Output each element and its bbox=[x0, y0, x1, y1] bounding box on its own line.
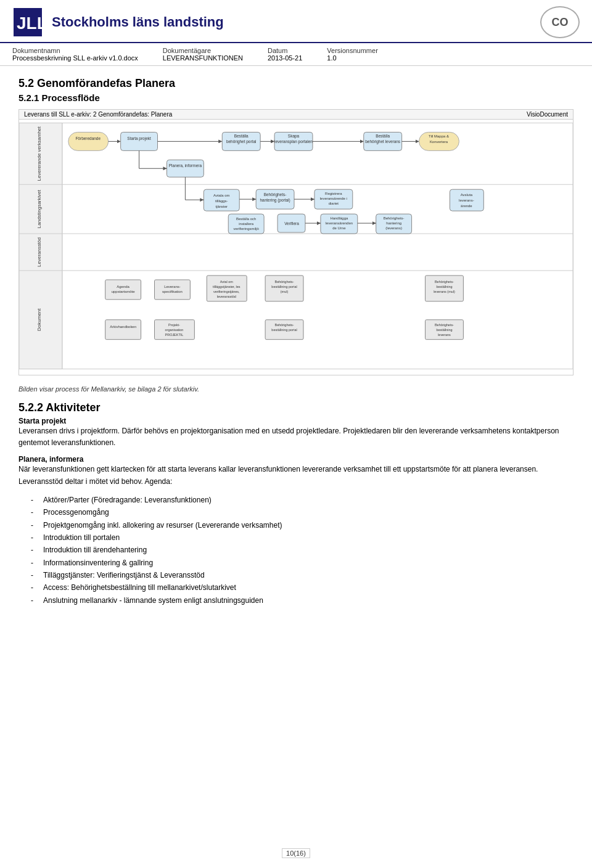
svg-text:behörighet leverans: behörighet leverans bbox=[365, 139, 400, 144]
svg-text:Konvertera: Konvertera bbox=[430, 140, 448, 144]
svg-text:Avtal om: Avtal om bbox=[220, 280, 234, 284]
svg-text:Arkivhandboken: Arkivhandboken bbox=[110, 325, 136, 329]
svg-text:beställning portal: beställning portal bbox=[271, 328, 297, 332]
svg-text:Planera, informera: Planera, informera bbox=[169, 163, 202, 168]
svg-text:beställning: beställning bbox=[436, 328, 452, 332]
diagram-header-left: Leverans till SLL e-arkiv: 2 Genomförand… bbox=[24, 111, 172, 118]
subsection1-heading: Starta projekt bbox=[18, 417, 574, 425]
svg-text:Till Mappa &: Till Mappa & bbox=[429, 134, 449, 138]
svg-text:Dokument: Dokument bbox=[36, 308, 42, 331]
version-value: 1.0 bbox=[327, 54, 336, 62]
list-item: Introduktion till portalen bbox=[37, 531, 574, 544]
list-item: Processgenomgång bbox=[37, 506, 574, 518]
svg-text:Leverans-: Leverans- bbox=[164, 285, 181, 289]
diagram-svg: Levererande verksamhet Landstingsarkivet… bbox=[19, 120, 573, 372]
svg-text:specifikation: specifikation bbox=[162, 290, 183, 293]
version-label: Versionsnummer bbox=[327, 47, 378, 54]
svg-text:leveransstöd: leveransstöd bbox=[217, 295, 236, 298]
section2-title: 5.2.2 Aktiviteter bbox=[18, 401, 574, 414]
svg-text:Behörighets-: Behörighets- bbox=[435, 323, 454, 327]
diagram-caption: Bilden visar process för Mellanarkiv, se… bbox=[18, 385, 574, 393]
diagram-header-right: VisioDocument bbox=[527, 111, 568, 118]
svg-text:Beställa: Beställa bbox=[376, 134, 390, 138]
svg-text:leveransplan portalen: leveransplan portalen bbox=[274, 139, 313, 144]
svg-text:PROJEKTIL: PROJEKTIL bbox=[165, 333, 184, 337]
svg-text:leveransärende i: leveransärende i bbox=[320, 197, 347, 200]
doc-label: Dokumentnamn bbox=[12, 47, 138, 54]
svg-text:Behörighets-: Behörighets- bbox=[435, 280, 454, 284]
page-header: JLL Stockholms läns landsting CO bbox=[0, 0, 592, 43]
svg-text:hantering: hantering bbox=[386, 221, 401, 225]
svg-text:leveransärenden: leveransärenden bbox=[326, 221, 353, 225]
subsection1-text: Leveransen drivs i projektform. Därför b… bbox=[18, 425, 574, 449]
svg-text:de Urne: de Urne bbox=[332, 226, 346, 230]
sll-logo-icon: JLL bbox=[12, 7, 43, 38]
svg-text:JLL: JLL bbox=[17, 14, 43, 33]
svg-text:diariet: diariet bbox=[329, 202, 339, 205]
list-item: Tilläggstjänster: Verifieringstjänst & L… bbox=[37, 569, 574, 581]
page-number: 10(16) bbox=[282, 848, 310, 858]
svg-text:verifieringstjänes,: verifieringstjänes, bbox=[213, 290, 240, 293]
svg-text:Beställa och: Beställa och bbox=[236, 217, 257, 221]
list-item: Projektgenomgång inkl. allokering av res… bbox=[37, 519, 574, 531]
svg-text:Avsluta: Avsluta bbox=[461, 193, 473, 197]
svg-text:leverans-: leverans- bbox=[459, 199, 474, 202]
svg-text:beställning: beställning bbox=[436, 285, 452, 289]
meta-docname: Dokumentnamn Processbeskrivning SLL e-ar… bbox=[12, 47, 138, 62]
svg-text:Handlägga: Handlägga bbox=[330, 216, 348, 220]
subsection-title: 5.2.1 Processflöde bbox=[18, 92, 574, 103]
process-diagram: Leverans till SLL e-arkiv: 2 Genomförand… bbox=[18, 109, 574, 375]
meta-row: Dokumentnamn Processbeskrivning SLL e-ar… bbox=[0, 43, 592, 66]
svg-text:leverans: leverans bbox=[438, 333, 451, 337]
svg-rect-12 bbox=[68, 132, 109, 150]
list-item: Aktörer/Parter (Föredragande: Leveransfu… bbox=[37, 494, 574, 506]
svg-text:Behörighets-: Behörighets- bbox=[384, 216, 405, 220]
agenda-list: Aktörer/Parter (Föredragande: Leveransfu… bbox=[37, 494, 574, 607]
meta-version: Versionsnummer 1.0 bbox=[327, 47, 378, 62]
svg-rect-91 bbox=[105, 320, 141, 340]
svg-text:beställning portal: beställning portal bbox=[271, 285, 297, 289]
svg-text:Verifiera: Verifiera bbox=[284, 221, 299, 226]
meta-owner: Dokumentägare LEVERANSFUNKTIONEN bbox=[163, 47, 243, 62]
svg-text:Starta projekt: Starta projekt bbox=[127, 136, 151, 141]
svg-rect-33 bbox=[166, 160, 204, 177]
date-value: 2013-05-21 bbox=[268, 54, 302, 62]
date-label: Datum bbox=[268, 47, 302, 54]
svg-text:leverans (mul): leverans (mul) bbox=[434, 290, 455, 293]
svg-text:Avtala om: Avtala om bbox=[213, 194, 229, 197]
svg-text:hantering (portal): hantering (portal) bbox=[260, 198, 290, 203]
svg-text:Levererande verksamhet: Levererande verksamhet bbox=[36, 126, 42, 181]
svg-text:Leveransstöd: Leveransstöd bbox=[36, 237, 42, 267]
svg-text:Agenda: Agenda bbox=[117, 285, 130, 289]
svg-text:tilläggstjänster, les: tilläggstjänster, les bbox=[213, 285, 240, 289]
svg-rect-15 bbox=[121, 132, 158, 150]
svg-text:verifieringsmiljö: verifieringsmiljö bbox=[234, 227, 260, 231]
doc-value: Processbeskrivning SLL e-arkiv v1.0.docx bbox=[12, 54, 138, 62]
svg-text:Landstingsarkivet: Landstingsarkivet bbox=[36, 189, 42, 228]
svg-text:Projekt-: Projekt- bbox=[168, 323, 180, 327]
svg-text:Skapa: Skapa bbox=[288, 134, 300, 139]
svg-text:Förberedande: Förberedande bbox=[75, 136, 101, 141]
section-title: 5.2 Genomförandefas Planera bbox=[18, 77, 574, 90]
svg-text:behörighet portal: behörighet portal bbox=[226, 139, 257, 144]
svg-text:Behörighets-: Behörighets- bbox=[275, 323, 294, 327]
diagram-header: Leverans till SLL e-arkiv: 2 Genomförand… bbox=[19, 110, 573, 120]
svg-text:tjänster: tjänster bbox=[215, 205, 228, 208]
svg-text:organisation: organisation bbox=[165, 328, 184, 332]
svg-text:installera: installera bbox=[239, 222, 254, 226]
co-badge: CO bbox=[540, 6, 580, 38]
owner-label: Dokumentägare bbox=[163, 47, 243, 54]
subsection2-heading: Planera, informera bbox=[18, 455, 574, 464]
org-name: Stockholms läns landsting bbox=[52, 14, 224, 30]
svg-text:Behörighets-: Behörighets- bbox=[264, 192, 287, 197]
svg-text:Beställa: Beställa bbox=[234, 134, 249, 138]
svg-text:(mul): (mul) bbox=[281, 290, 289, 293]
svg-text:uppstartsmöte: uppstartsmöte bbox=[112, 290, 136, 293]
owner-value: LEVERANSFUNKTIONEN bbox=[163, 54, 243, 62]
main-content: 5.2 Genomförandefas Planera 5.2.1 Proces… bbox=[0, 66, 592, 623]
list-item: Informationsinventering & gallring bbox=[37, 557, 574, 569]
page-footer: 10(16) bbox=[0, 848, 592, 858]
svg-text:Behörighets-: Behörighets- bbox=[275, 280, 294, 284]
list-item: Introduktion till ärendehantering bbox=[37, 544, 574, 556]
svg-text:Registrera: Registrera bbox=[325, 192, 342, 195]
